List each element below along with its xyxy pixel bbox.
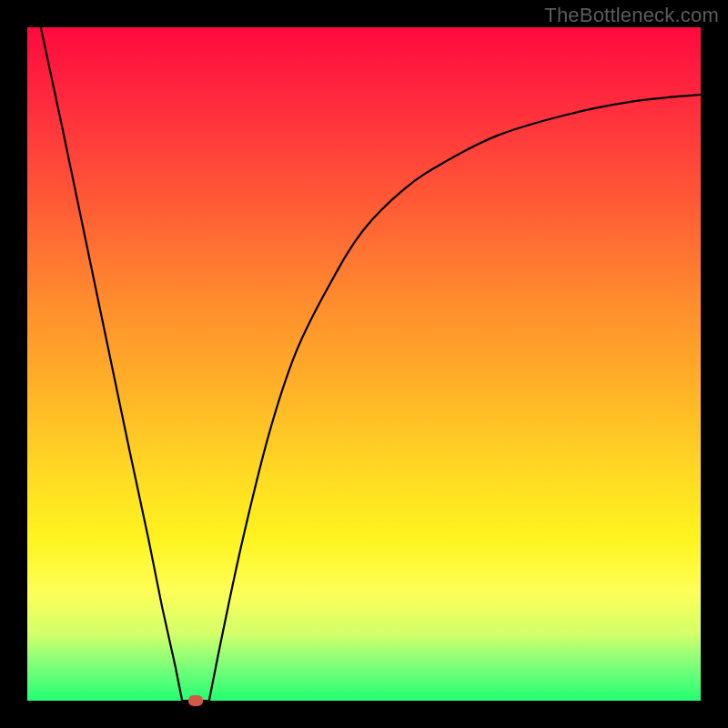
curve-path bbox=[41, 27, 701, 701]
plot-area bbox=[27, 27, 701, 701]
chart-frame: TheBottleneck.com bbox=[0, 0, 728, 728]
watermark-text: TheBottleneck.com bbox=[544, 4, 719, 27]
bottleneck-curve bbox=[27, 27, 701, 701]
optimal-marker bbox=[188, 695, 203, 706]
